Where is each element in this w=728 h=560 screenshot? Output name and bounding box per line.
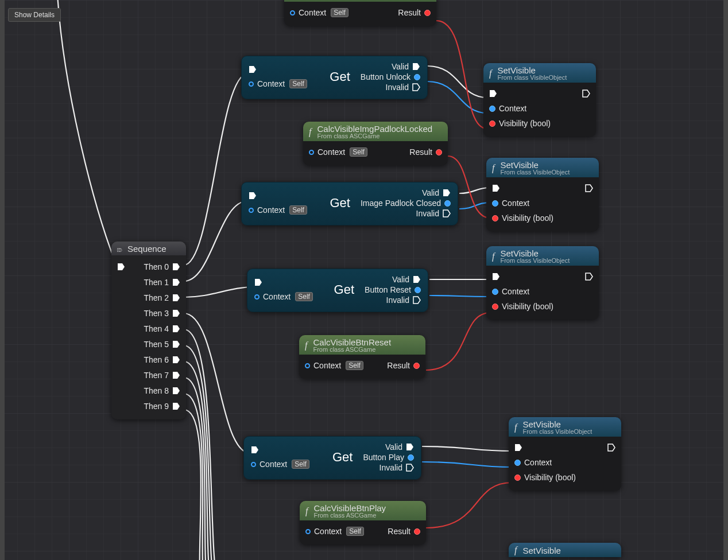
pin-invalid[interactable]: Invalid [386,83,420,92]
exec-out-pin[interactable] [172,340,180,348]
sequence-then-label: Then 0 [144,262,169,271]
node-calc1[interactable]: f CalcVisibleImgPadlockLocked From class… [303,122,448,165]
exec-out-pin[interactable] [585,184,593,192]
exec-out-pin[interactable] [172,402,180,410]
self-chip: Self [289,205,307,215]
node-get-get4[interactable]: Context Self Get Valid Button Play Inval… [243,436,421,480]
pin-context[interactable]: Context Self [290,8,348,17]
sequence-then-label: Then 4 [144,324,169,333]
pin-context[interactable]: Context Self [251,460,309,469]
show-details-button[interactable]: Show Details [8,8,61,22]
pin-result[interactable]: Result [398,8,431,17]
pin-context[interactable]: Context [489,104,526,113]
exec-out-pin[interactable] [172,309,180,317]
exec-out-pin[interactable] [607,444,615,452]
exec-in-pin[interactable] [492,273,500,281]
sequence-row: Then 6 [116,352,181,367]
pin-visibility[interactable]: Visibility (bool) [492,302,553,311]
node-sv4[interactable]: f SetVisible From class VisibleObject Co… [509,417,621,491]
node-sv2[interactable]: f SetVisible From class VisibleObject Co… [486,158,599,231]
pin-context[interactable]: Context Self [305,527,364,536]
node-header: f SetVisible From class VisibleObject [509,417,621,437]
pin-context[interactable]: Context Self [249,205,307,215]
pin-visibility[interactable]: Visibility (bool) [489,119,551,128]
exec-in-pin[interactable] [492,184,500,192]
exec-out-pin[interactable] [585,273,593,281]
exec-in-pin[interactable] [251,446,309,454]
sequence-row: Then 2 [116,290,181,305]
sequence-icon: ⎄ [117,244,122,254]
node-title: Sequence [127,244,166,254]
self-chip: Self [295,292,313,301]
node-calc3[interactable]: f CalcVisibleBtnPlay From class ASCGame … [300,501,426,545]
self-chip: Self [331,8,348,17]
function-icon: f [305,506,308,516]
pin-context[interactable]: Context Self [305,361,363,370]
pin-output[interactable]: Image Padlock Closed [361,199,451,208]
node-get-get1[interactable]: Context Self Get Valid Button Unlock Inv… [241,56,428,99]
node-setvisible-5[interactable]: f SetVisible [509,543,621,557]
node-subtitle: From class ASCGame [313,346,391,353]
pin-invalid[interactable]: Invalid [386,295,421,305]
exec-in-pin[interactable] [249,65,307,73]
pin-valid[interactable]: Valid [422,188,451,197]
node-get-get3[interactable]: Context Self Get Valid Button Reset Inva… [247,269,428,312]
pin-output[interactable]: Button Play [363,453,414,462]
pin-context[interactable]: Context Self [249,79,307,88]
self-chip: Self [350,147,367,157]
pin-invalid[interactable]: Invalid [380,463,414,472]
exec-out-pin[interactable] [172,387,180,395]
sequence-row: Then 0 [116,259,181,274]
exec-out-pin[interactable] [172,371,180,379]
sequence-row: Then 4 [116,321,181,336]
node-subtitle: From class VisibleObject [522,428,592,435]
pin-result[interactable]: Result [387,361,420,370]
node-title: SetVisible [522,546,560,555]
exec-out-pin[interactable] [172,294,180,302]
exec-out-pin[interactable] [172,263,180,271]
exec-out-pin[interactable] [172,278,180,286]
pin-invalid[interactable]: Invalid [416,209,451,218]
sequence-row: Then 9 [116,398,181,414]
self-chip: Self [346,527,364,536]
pin-context[interactable]: Context [492,199,529,208]
sequence-then-label: Then 8 [144,386,169,395]
pin-context[interactable]: Context Self [254,292,313,301]
exec-in-pin[interactable] [249,192,307,200]
exec-out-pin[interactable] [172,356,180,364]
node-subtitle: From class VisibleObject [500,257,570,264]
pin-valid[interactable]: Valid [392,62,420,71]
pin-valid[interactable]: Valid [385,442,414,452]
node-sv1[interactable]: f SetVisible From class VisibleObject Co… [483,63,596,137]
exec-out-pin[interactable] [582,90,590,98]
exec-in-pin[interactable] [514,444,522,452]
exec-in-pin[interactable] [254,278,313,286]
pin-output[interactable]: Button Unlock [361,72,420,81]
get-title: Get [330,69,350,84]
pin-context[interactable]: Context Self [309,147,367,157]
pin-valid[interactable]: Valid [392,275,421,284]
node-header: ⎄ Sequence [111,242,186,255]
exec-out-pin[interactable] [172,325,180,333]
pin-context[interactable]: Context [514,458,552,467]
node-calc-top[interactable]: f From class ASCGame Context Self Result [284,0,436,26]
function-icon: f [492,163,494,173]
pin-result[interactable]: Result [409,147,442,157]
pin-visibility[interactable]: Visibility (bool) [514,473,576,482]
get-title: Get [334,282,354,297]
exec-in-pin[interactable] [117,263,125,271]
function-icon: f [492,251,494,262]
self-chip: Self [292,460,309,469]
node-sv3[interactable]: f SetVisible From class VisibleObject Co… [486,246,599,320]
pin-visibility[interactable]: Visibility (bool) [492,213,553,223]
exec-in-pin[interactable] [489,90,497,98]
pin-output[interactable]: Button Reset [365,285,421,294]
node-header: f SetVisible [509,543,621,557]
pin-context[interactable]: Context [492,287,529,296]
sequence-then-label: Then 9 [144,402,169,411]
pin-result[interactable]: Result [388,527,420,536]
node-get-get2[interactable]: Context Self Get Valid Image Padlock Clo… [241,182,458,225]
node-sequence[interactable]: ⎄ Sequence Then 0 Then 1 Then 2 Then 3 T… [111,242,186,419]
node-calc2[interactable]: f CalcVisibleBtnReset From class ASCGame… [299,335,425,379]
sequence-then-label: Then 3 [144,309,169,318]
